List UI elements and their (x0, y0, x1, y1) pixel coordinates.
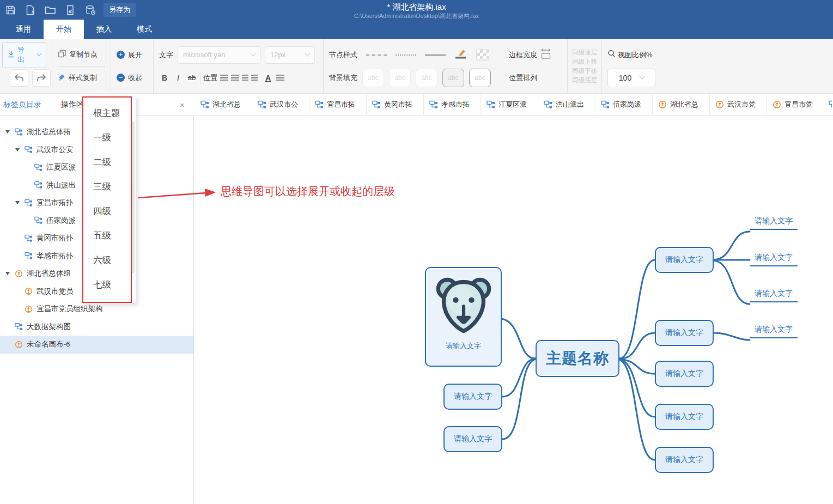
collapse-button[interactable]: − 收起 (117, 69, 148, 87)
doc-tab[interactable]: 孝感市拓 (424, 94, 481, 116)
database-export-icon[interactable] (85, 5, 96, 15)
copy-node-label: 复制节点 (69, 50, 98, 59)
level-option-2[interactable]: 二级 (82, 150, 136, 174)
level-option-root[interactable]: 根主题 (82, 101, 136, 125)
image-fill-button[interactable] (476, 49, 489, 60)
dotted-line-style-button[interactable] (396, 54, 416, 56)
mindmap-branch-node[interactable]: 请输入文字 (655, 361, 714, 387)
tree-item-label: 大数据架构图 (27, 322, 71, 332)
collapse-arrow-icon[interactable] (5, 130, 10, 133)
sibling-bottom-button[interactable]: 同级底层 (572, 76, 597, 84)
doc-tab[interactable]: 武汉市公 (252, 94, 309, 116)
indent-decrease-icon[interactable] (242, 75, 248, 81)
mindmap-leaf-node[interactable]: 请输入文字 (750, 325, 798, 338)
bold-button[interactable]: B (159, 74, 170, 82)
org-mind-icon (715, 100, 724, 109)
bg-swatch-5[interactable]: abc (469, 69, 491, 87)
tree-item[interactable]: 大数据架构图 (0, 318, 193, 336)
doc-tab-label: 黄冈市拓 (384, 100, 412, 110)
mindmap-image-node[interactable]: 请输入文字 (425, 267, 502, 367)
tree-item-selected[interactable]: 未命名画布-6 (0, 336, 193, 354)
chevron-down-icon (37, 51, 42, 57)
font-family-value: microsoft yah (183, 51, 225, 59)
open-folder-icon[interactable] (45, 5, 56, 15)
indent-increase-icon[interactable] (251, 75, 258, 81)
collapse-arrow-icon[interactable] (5, 272, 10, 275)
style-copy-button[interactable]: 样式复制 (58, 69, 105, 87)
tree-item-label: 武汉市党员 (37, 287, 74, 296)
bg-swatch-1[interactable]: abc (362, 69, 384, 87)
bg-swatch-2[interactable]: abc (389, 69, 411, 87)
collapse-arrow-icon[interactable] (15, 148, 20, 151)
font-family-select[interactable]: microsoft yah (178, 46, 260, 64)
doc-tab[interactable]: 湖北省总 (195, 94, 252, 116)
panel-tab-catalog[interactable]: 标签页目录 (0, 94, 51, 115)
mindmap-root-topic[interactable]: 主题名称 (536, 340, 619, 377)
bg-swatch-3[interactable]: abc (416, 69, 437, 87)
sibling-up-button[interactable]: 同级上移 (572, 58, 597, 66)
tree-item-label: 湖北省总体拓 (27, 127, 71, 137)
tab-home[interactable]: 开始 (44, 20, 84, 39)
solid-line-style-button[interactable] (425, 54, 446, 56)
export-button[interactable]: 导出 (2, 42, 46, 68)
redo-button[interactable] (32, 69, 51, 87)
copy-node-button[interactable]: 复制节点 (58, 45, 105, 64)
save-as-button[interactable]: 另存为 (104, 3, 136, 17)
save-icon[interactable] (5, 5, 16, 15)
level-option-6[interactable]: 六级 (82, 248, 136, 272)
doc-tab[interactable] (824, 94, 832, 116)
font-size-select[interactable]: 12px (265, 46, 315, 64)
mindmap-branch-node[interactable]: 请输入文字 (443, 426, 502, 452)
mindmap-leaf-node[interactable]: 请输入文字 (750, 253, 798, 266)
mindmap-branch-node[interactable]: 请输入文字 (655, 447, 714, 473)
level-option-7[interactable]: 七级 (82, 272, 136, 297)
level-option-5[interactable]: 五级 (82, 223, 136, 248)
tab-general[interactable]: 通用 (3, 20, 44, 39)
collapse-arrow-icon[interactable] (15, 201, 20, 204)
doc-tab[interactable]: 武汉市党 (710, 94, 767, 116)
tab-mode[interactable]: 模式 (124, 20, 165, 39)
underline-button[interactable]: A (263, 74, 273, 82)
italic-button[interactable]: I (173, 74, 184, 82)
dashed-line-style-button[interactable] (366, 54, 387, 56)
doc-tab[interactable]: 江夏区派 (481, 94, 538, 116)
doc-tab[interactable]: 洪山派出 (538, 94, 595, 116)
align-left-icon[interactable] (220, 75, 228, 81)
new-file-icon[interactable] (25, 5, 35, 15)
undo-button[interactable] (10, 69, 28, 87)
chevron-down-icon (305, 51, 311, 57)
doc-tab[interactable]: 黄冈市拓 (367, 94, 424, 116)
level-option-1[interactable]: 一级 (82, 125, 136, 150)
strikethrough-button[interactable]: ab (186, 74, 197, 82)
close-panel-icon[interactable]: × (180, 94, 185, 116)
sibling-top-button[interactable]: 同级顶层 (572, 48, 597, 57)
border-width-icon[interactable] (540, 48, 551, 62)
align-center-icon[interactable] (231, 75, 239, 81)
mindmap-branch-node[interactable]: 请输入文字 (655, 320, 714, 346)
zoom-ratio-select[interactable]: 100 (607, 69, 655, 87)
org-mind-icon (773, 100, 781, 109)
mindmap-leaf-node[interactable]: 请输入文字 (750, 289, 798, 302)
import-icon[interactable] (65, 5, 76, 15)
expand-button[interactable]: + 展开 (117, 46, 148, 64)
line-color-button[interactable] (454, 48, 467, 62)
bg-swatch-4[interactable]: abc (442, 69, 464, 87)
level-option-4[interactable]: 四级 (82, 199, 136, 223)
mindmap-branch-node[interactable]: 请输入文字 (655, 404, 714, 430)
level-option-3[interactable]: 三级 (82, 174, 136, 199)
mindmap-branch-node[interactable]: 请输入文字 (655, 247, 714, 273)
mindmap-leaf-node[interactable]: 请输入文字 (750, 216, 798, 230)
sibling-down-button[interactable]: 同级下移 (572, 67, 597, 75)
doc-tab[interactable]: 宜昌市拓 (309, 94, 367, 116)
mindmap-branch-node[interactable]: 请输入文字 (443, 384, 502, 410)
mindmap-canvas[interactable]: 请输入文字 主题名称 请输入文字 请输入文字 请输入文字 请输入文字 请输入文字… (194, 116, 833, 504)
doc-tab[interactable]: 伍家岗派 (595, 94, 653, 116)
dropdown-scrollbar[interactable] (131, 122, 135, 273)
annotation-text: 思维导图可以选择展开或收起的层级 (221, 184, 395, 199)
doc-tab[interactable]: 湖北省总 (653, 94, 710, 116)
line-spacing-icon[interactable] (276, 75, 284, 81)
border-width-label: 边框宽度 (509, 50, 537, 60)
doc-tab[interactable]: 宜昌市党 (767, 94, 824, 116)
arrange-button[interactable]: 位置排列 (509, 73, 537, 83)
tab-insert[interactable]: 插入 (84, 20, 124, 39)
